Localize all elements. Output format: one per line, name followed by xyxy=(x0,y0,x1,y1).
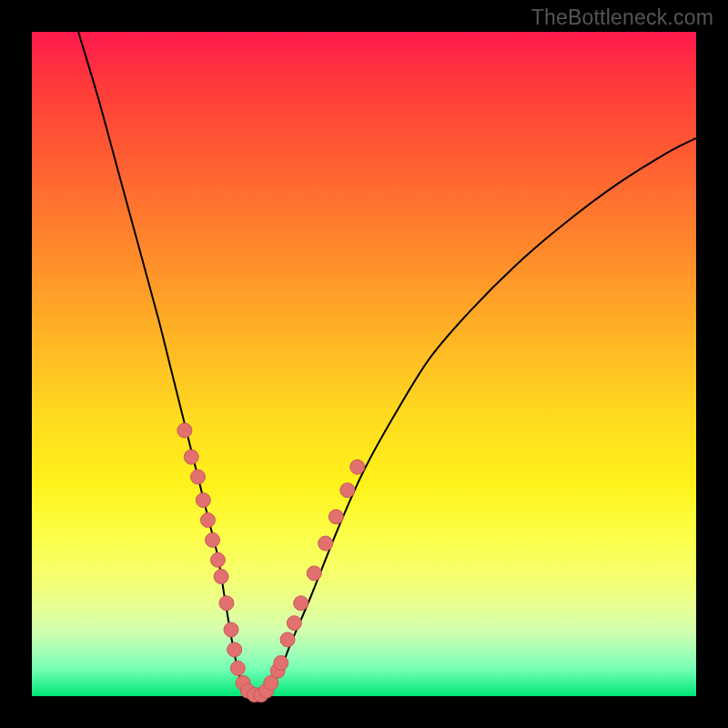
chart-svg xyxy=(32,32,696,696)
dot xyxy=(210,552,225,567)
dot xyxy=(177,423,192,438)
dot xyxy=(196,493,210,508)
dot xyxy=(219,596,234,611)
dot xyxy=(287,616,301,631)
dot xyxy=(224,622,238,637)
chart-frame: TheBottleneck.com xyxy=(0,0,728,728)
dot xyxy=(340,483,355,498)
watermark-text: TheBottleneck.com xyxy=(531,5,713,30)
dot xyxy=(214,570,228,584)
plot-area xyxy=(32,32,696,696)
dot xyxy=(228,642,242,657)
dot xyxy=(184,450,198,464)
highlight-dots xyxy=(177,423,365,703)
dot xyxy=(230,661,245,675)
dot xyxy=(307,566,321,581)
dot xyxy=(350,460,365,474)
dot xyxy=(294,596,308,611)
dot xyxy=(274,656,288,671)
dot xyxy=(329,510,343,524)
dot xyxy=(200,513,215,528)
dot xyxy=(191,470,206,484)
dot xyxy=(280,632,295,647)
dot xyxy=(318,536,333,551)
bottleneck-curve xyxy=(78,32,696,696)
dot xyxy=(206,532,220,547)
